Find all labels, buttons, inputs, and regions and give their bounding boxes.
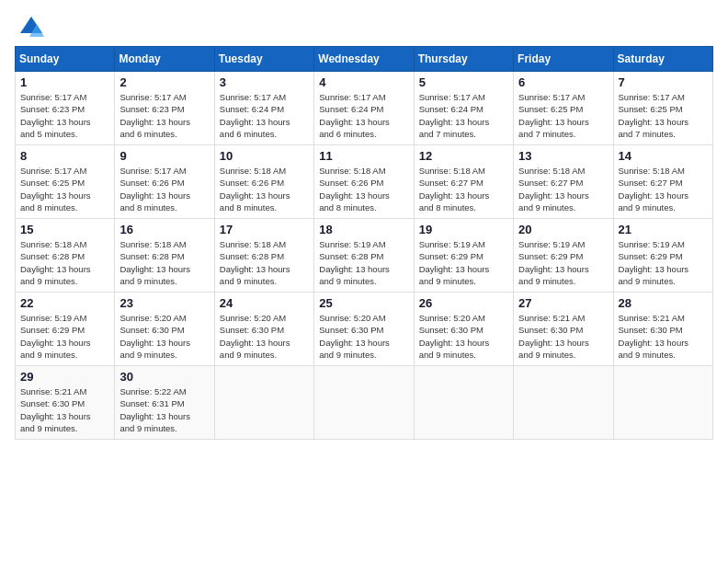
day-number-29: 29 xyxy=(20,370,109,384)
day-cell-24: 24 Sunrise: 5:20 AMSunset: 6:30 PMDaylig… xyxy=(214,293,313,366)
day-info-14: Sunrise: 5:18 AMSunset: 6:27 PMDaylight:… xyxy=(619,165,708,213)
day-cell-22: 22 Sunrise: 5:19 AMSunset: 6:29 PMDaylig… xyxy=(16,293,115,366)
day-info-22: Sunrise: 5:19 AMSunset: 6:29 PMDaylight:… xyxy=(20,312,109,361)
calendar-row: 8 Sunrise: 5:17 AMSunset: 6:25 PMDayligh… xyxy=(16,145,713,219)
day-number-19: 19 xyxy=(419,223,508,236)
day-number-15: 15 xyxy=(20,223,109,236)
day-cell-30: 30 Sunrise: 5:22 AMSunset: 6:31 PMDaylig… xyxy=(115,366,214,440)
day-number-12: 12 xyxy=(419,149,508,163)
day-number-21: 21 xyxy=(619,223,708,236)
day-number-9: 9 xyxy=(119,149,209,163)
day-cell-17: 17 Sunrise: 5:18 AMSunset: 6:28 PMDaylig… xyxy=(214,219,313,293)
day-info-23: Sunrise: 5:20 AMSunset: 6:30 PMDaylight:… xyxy=(119,312,209,361)
empty-cell xyxy=(214,366,313,440)
day-number-22: 22 xyxy=(20,296,109,310)
calendar-row: 29 Sunrise: 5:21 AMSunset: 6:30 PMDaylig… xyxy=(16,366,713,440)
calendar-table: Sunday Monday Tuesday Wednesday Thursday… xyxy=(15,46,713,440)
day-cell-29: 29 Sunrise: 5:21 AMSunset: 6:30 PMDaylig… xyxy=(16,366,115,440)
day-info-21: Sunrise: 5:19 AMSunset: 6:29 PMDaylight:… xyxy=(619,238,708,287)
day-cell-20: 20 Sunrise: 5:19 AMSunset: 6:29 PMDaylig… xyxy=(514,219,613,293)
logo xyxy=(15,15,44,40)
header-saturday: Saturday xyxy=(613,47,712,72)
day-cell-12: 12 Sunrise: 5:18 AMSunset: 6:27 PMDaylig… xyxy=(414,145,513,219)
empty-cell xyxy=(514,366,613,440)
empty-cell xyxy=(314,366,414,440)
day-number-30: 30 xyxy=(119,370,209,384)
header-tuesday: Tuesday xyxy=(214,47,313,72)
day-info-13: Sunrise: 5:18 AMSunset: 6:27 PMDaylight:… xyxy=(518,165,608,213)
day-info-4: Sunrise: 5:17 AMSunset: 6:24 PMDaylight:… xyxy=(319,91,408,140)
day-info-18: Sunrise: 5:19 AMSunset: 6:28 PMDaylight:… xyxy=(319,238,408,287)
day-number-11: 11 xyxy=(319,149,408,163)
day-info-12: Sunrise: 5:18 AMSunset: 6:27 PMDaylight:… xyxy=(419,165,508,213)
day-info-6: Sunrise: 5:17 AMSunset: 6:25 PMDaylight:… xyxy=(518,91,608,140)
day-number-14: 14 xyxy=(619,149,708,163)
day-cell-26: 26 Sunrise: 5:20 AMSunset: 6:30 PMDaylig… xyxy=(414,293,513,366)
day-cell-10: 10 Sunrise: 5:18 AMSunset: 6:26 PMDaylig… xyxy=(214,145,313,219)
day-number-2: 2 xyxy=(119,75,209,89)
calendar-header-row: Sunday Monday Tuesday Wednesday Thursday… xyxy=(16,47,713,72)
day-number-17: 17 xyxy=(220,223,309,236)
day-cell-28: 28 Sunrise: 5:21 AMSunset: 6:30 PMDaylig… xyxy=(613,293,712,366)
day-number-6: 6 xyxy=(518,75,608,89)
day-cell-19: 19 Sunrise: 5:19 AMSunset: 6:29 PMDaylig… xyxy=(414,219,513,293)
day-cell-8: 8 Sunrise: 5:17 AMSunset: 6:25 PMDayligh… xyxy=(16,145,115,219)
logo-icon xyxy=(18,15,44,40)
day-info-5: Sunrise: 5:17 AMSunset: 6:24 PMDaylight:… xyxy=(419,91,508,140)
day-number-25: 25 xyxy=(319,296,408,310)
header-monday: Monday xyxy=(115,47,214,72)
day-number-3: 3 xyxy=(220,75,309,89)
day-info-15: Sunrise: 5:18 AMSunset: 6:28 PMDaylight:… xyxy=(20,238,109,287)
empty-cell xyxy=(613,366,712,440)
day-number-10: 10 xyxy=(220,149,309,163)
day-info-24: Sunrise: 5:20 AMSunset: 6:30 PMDaylight:… xyxy=(220,312,309,361)
calendar-row: 15 Sunrise: 5:18 AMSunset: 6:28 PMDaylig… xyxy=(16,219,713,293)
day-info-17: Sunrise: 5:18 AMSunset: 6:28 PMDaylight:… xyxy=(220,238,309,287)
day-info-3: Sunrise: 5:17 AMSunset: 6:24 PMDaylight:… xyxy=(220,91,309,140)
day-cell-9: 9 Sunrise: 5:17 AMSunset: 6:26 PMDayligh… xyxy=(115,145,214,219)
empty-cell xyxy=(414,366,513,440)
day-info-26: Sunrise: 5:20 AMSunset: 6:30 PMDaylight:… xyxy=(419,312,508,361)
day-number-23: 23 xyxy=(119,296,209,310)
day-cell-11: 11 Sunrise: 5:18 AMSunset: 6:26 PMDaylig… xyxy=(314,145,414,219)
day-info-9: Sunrise: 5:17 AMSunset: 6:26 PMDaylight:… xyxy=(119,165,209,213)
day-cell-13: 13 Sunrise: 5:18 AMSunset: 6:27 PMDaylig… xyxy=(514,145,613,219)
day-info-19: Sunrise: 5:19 AMSunset: 6:29 PMDaylight:… xyxy=(419,238,508,287)
header-friday: Friday xyxy=(514,47,613,72)
day-number-8: 8 xyxy=(20,149,109,163)
day-number-13: 13 xyxy=(518,149,608,163)
header-wednesday: Wednesday xyxy=(314,47,414,72)
day-info-30: Sunrise: 5:22 AMSunset: 6:31 PMDaylight:… xyxy=(119,385,209,434)
day-number-26: 26 xyxy=(419,296,508,310)
day-info-16: Sunrise: 5:18 AMSunset: 6:28 PMDaylight:… xyxy=(119,238,209,287)
day-cell-7: 7 Sunrise: 5:17 AMSunset: 6:25 PMDayligh… xyxy=(613,72,712,145)
day-number-5: 5 xyxy=(419,75,508,89)
day-number-24: 24 xyxy=(220,296,309,310)
day-number-27: 27 xyxy=(518,296,608,310)
header-sunday: Sunday xyxy=(16,47,115,72)
day-number-20: 20 xyxy=(518,223,608,236)
day-info-10: Sunrise: 5:18 AMSunset: 6:26 PMDaylight:… xyxy=(220,165,309,213)
calendar-row: 1 Sunrise: 5:17 AMSunset: 6:23 PMDayligh… xyxy=(16,72,713,145)
day-cell-3: 3 Sunrise: 5:17 AMSunset: 6:24 PMDayligh… xyxy=(214,72,313,145)
day-info-1: Sunrise: 5:17 AMSunset: 6:23 PMDaylight:… xyxy=(20,91,109,140)
day-cell-25: 25 Sunrise: 5:20 AMSunset: 6:30 PMDaylig… xyxy=(314,293,414,366)
day-cell-18: 18 Sunrise: 5:19 AMSunset: 6:28 PMDaylig… xyxy=(314,219,414,293)
day-info-11: Sunrise: 5:18 AMSunset: 6:26 PMDaylight:… xyxy=(319,165,408,213)
day-cell-14: 14 Sunrise: 5:18 AMSunset: 6:27 PMDaylig… xyxy=(613,145,712,219)
day-info-2: Sunrise: 5:17 AMSunset: 6:23 PMDaylight:… xyxy=(119,91,209,140)
day-number-18: 18 xyxy=(319,223,408,236)
day-number-4: 4 xyxy=(319,75,408,89)
day-cell-27: 27 Sunrise: 5:21 AMSunset: 6:30 PMDaylig… xyxy=(514,293,613,366)
day-cell-23: 23 Sunrise: 5:20 AMSunset: 6:30 PMDaylig… xyxy=(115,293,214,366)
day-info-20: Sunrise: 5:19 AMSunset: 6:29 PMDaylight:… xyxy=(518,238,608,287)
day-info-7: Sunrise: 5:17 AMSunset: 6:25 PMDaylight:… xyxy=(619,91,708,140)
day-number-7: 7 xyxy=(619,75,708,89)
day-info-28: Sunrise: 5:21 AMSunset: 6:30 PMDaylight:… xyxy=(619,312,708,361)
header-thursday: Thursday xyxy=(414,47,513,72)
day-number-28: 28 xyxy=(619,296,708,310)
day-cell-15: 15 Sunrise: 5:18 AMSunset: 6:28 PMDaylig… xyxy=(16,219,115,293)
day-info-27: Sunrise: 5:21 AMSunset: 6:30 PMDaylight:… xyxy=(518,312,608,361)
day-cell-4: 4 Sunrise: 5:17 AMSunset: 6:24 PMDayligh… xyxy=(314,72,414,145)
day-number-16: 16 xyxy=(119,223,209,236)
